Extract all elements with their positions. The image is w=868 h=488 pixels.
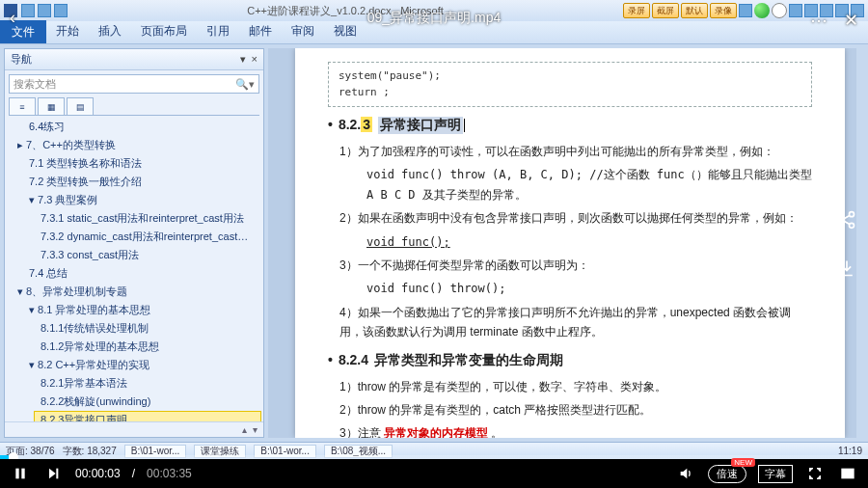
nav-search[interactable]: 搜索文档 🔍▾ <box>9 74 259 94</box>
nav-item[interactable]: ▾ 8.2 C++异常处理的实现 <box>22 356 261 374</box>
back-button[interactable]: ‹ <box>10 8 15 28</box>
tab-mailings[interactable]: 邮件 <box>239 19 282 43</box>
tab-view[interactable]: 视图 <box>324 19 366 43</box>
video-controls: 00:00:03 / 00:03:35 倍速 NEW 字幕 <box>0 459 868 488</box>
bullet-icon: • <box>328 352 333 367</box>
nav-item[interactable]: 7.3.1 static_cast用法和reinterpret_cast用法 <box>34 209 261 228</box>
paragraph: 2）如果在函数声明中没有包含异常接口声明，则次函数可以抛掷任何类型的异常，例如： <box>339 208 812 228</box>
navigation-pane: 导航 ▾ × 搜索文档 🔍▾ ≡ ▦ ▤ 6.4练习▸ 7、C++的类型转换7.… <box>4 48 264 438</box>
play-button[interactable] <box>10 463 31 484</box>
nav-tab-pages[interactable]: ▦ <box>38 97 65 115</box>
code-block-top: system("pause"); return ; <box>328 62 812 107</box>
nav-header: 导航 ▾ × <box>5 49 263 70</box>
heading-number: 8.2.4 <box>339 352 368 367</box>
svg-rect-3 <box>15 469 18 479</box>
nav-tabs: ≡ ▦ ▤ <box>9 97 259 116</box>
tray-icon-b[interactable] <box>789 4 802 17</box>
time-sep: / <box>132 467 135 480</box>
nav-next-icon[interactable]: ▾ <box>253 424 258 435</box>
qat-save-icon[interactable] <box>21 4 35 17</box>
ribbon-tabs: 文件 开始 插入 页面布局 引用 邮件 审阅 视图 <box>0 21 868 44</box>
code-line: system("pause"); <box>339 68 801 85</box>
nav-item[interactable]: 7.1 类型转换名称和语法 <box>22 154 261 173</box>
heading-number: 8.2.3 <box>339 117 372 132</box>
document-area[interactable]: system("pause"); return ; • 8.2.3 异常接口声明… <box>268 48 856 438</box>
pip-button[interactable] <box>837 463 858 484</box>
tab-layout[interactable]: 页面布局 <box>131 19 197 43</box>
tray-pill-4[interactable]: 录像 <box>710 3 737 18</box>
code-inline: void func() throw (A, B, C, D); //这个函数 f… <box>366 165 812 204</box>
more-button[interactable]: ⋯ <box>810 10 829 31</box>
qat-redo-icon[interactable] <box>54 4 68 17</box>
nav-item[interactable]: 8.1.1传统错误处理机制 <box>34 319 261 338</box>
paragraph: 3）注意 异常对象的内存模型 。 <box>339 423 812 438</box>
nav-item[interactable]: 7.3.2 dynamic_cast用法和reinterpret_cast用法 <box>34 228 261 246</box>
nav-item[interactable]: ▸ 7、C++的类型转换 <box>11 136 261 154</box>
red-emphasis: 异常对象的内存模型 <box>384 426 488 438</box>
tab-home[interactable]: 开始 <box>46 19 89 43</box>
subtitle-button[interactable]: 字幕 <box>758 465 793 483</box>
tray-pill-1[interactable]: 录屏 <box>623 3 650 18</box>
nav-item[interactable]: ▾ 8.1 异常处理的基本思想 <box>22 301 261 319</box>
close-button[interactable]: ✕ <box>844 10 858 31</box>
speed-button[interactable]: 倍速 NEW <box>708 465 746 483</box>
svg-point-1 <box>840 218 845 223</box>
fullscreen-button[interactable] <box>804 463 826 484</box>
nav-item[interactable]: 7.3.3 const_cast用法 <box>34 246 261 264</box>
volume-button[interactable] <box>675 463 696 484</box>
nav-item[interactable]: 8.1.2异常处理的基本思想 <box>34 338 261 356</box>
heading-text: 异常类型和异常变量的生命周期 <box>374 352 563 369</box>
doc-title: C++进阶课程讲义_v1.0.2.docx - Microsoft <box>68 4 623 18</box>
nav-item[interactable]: ▾ 8、异常处理机制专题 <box>11 283 261 301</box>
download-button[interactable] <box>833 255 860 282</box>
bullet-icon: • <box>328 117 333 132</box>
nav-dropdown-icon[interactable]: ▾ <box>240 53 246 66</box>
nav-close-icon[interactable]: × <box>252 53 258 66</box>
current-time: 00:00:03 <box>75 467 121 480</box>
nav-tree: 6.4练习▸ 7、C++的类型转换7.1 类型转换名称和语法7.2 类型转换一般… <box>5 116 263 421</box>
nav-item[interactable]: 7.4 总结 <box>22 264 261 283</box>
next-button[interactable] <box>42 463 64 484</box>
tray-pill-2[interactable]: 截屏 <box>652 3 679 18</box>
tray-icon-clock[interactable] <box>772 3 787 18</box>
nav-tab-headings[interactable]: ≡ <box>9 97 36 115</box>
heading-823: • 8.2.3 异常接口声明 <box>328 117 812 134</box>
qat-undo-icon[interactable] <box>38 4 51 17</box>
tray-icon-a[interactable] <box>739 4 752 17</box>
word-titlebar: C++进阶课程讲义_v1.0.2.docx - Microsoft 录屏 截屏 … <box>0 0 868 21</box>
nav-tab-results[interactable]: ▤ <box>67 97 94 115</box>
side-actions <box>833 206 860 282</box>
video-content: C++进阶课程讲义_v1.0.2.docx - Microsoft 录屏 截屏 … <box>0 0 868 459</box>
nav-item[interactable]: 8.2.2栈解旋(unwinding) <box>34 393 261 411</box>
svg-point-2 <box>850 223 854 228</box>
tray-pill-3[interactable]: 默认 <box>681 3 708 18</box>
nav-prev-icon[interactable]: ▴ <box>242 424 247 435</box>
share-button[interactable] <box>833 206 860 233</box>
word-content: 导航 ▾ × 搜索文档 🔍▾ ≡ ▦ ▤ 6.4练习▸ 7、C++的类型转换7.… <box>0 44 868 442</box>
heading-824: • 8.2.4 异常类型和异常变量的生命周期 <box>328 352 812 369</box>
svg-rect-7 <box>848 473 853 476</box>
paragraph: 3）一个不抛掷任何类型异常的函数可以声明为： <box>339 256 812 275</box>
nav-item[interactable]: ▾ 7.3 典型案例 <box>22 191 261 209</box>
svg-rect-5 <box>56 469 58 479</box>
code-line: return ; <box>339 85 801 101</box>
search-icon[interactable]: 🔍▾ <box>235 78 255 91</box>
file-tab[interactable]: 文件 <box>0 20 46 43</box>
quick-access <box>21 4 68 17</box>
svg-rect-4 <box>21 469 24 479</box>
paragraph: 2）throw 的异常是有类型的，catch 严格按照类型进行匹配。 <box>339 400 812 420</box>
nav-search-placeholder: 搜索文档 <box>14 77 56 92</box>
tab-insert[interactable]: 插入 <box>89 19 131 43</box>
tab-references[interactable]: 引用 <box>197 19 239 43</box>
duration: 00:03:35 <box>147 467 192 480</box>
nav-item[interactable]: 7.2 类型转换一般性介绍 <box>22 173 261 191</box>
tab-review[interactable]: 审阅 <box>282 19 324 43</box>
nav-item[interactable]: 6.4练习 <box>22 118 261 136</box>
svg-point-0 <box>850 212 854 217</box>
nav-item[interactable]: 8.2.3异常接口声明 <box>34 411 261 421</box>
tray-icon-green[interactable] <box>754 3 770 18</box>
paragraph: 1）throw 的异常是有类型的，可以使，数字、字符串、类对象。 <box>339 377 812 396</box>
page: system("pause"); return ; • 8.2.3 异常接口声明… <box>295 48 845 438</box>
nav-item[interactable]: 8.2.1异常基本语法 <box>34 374 261 393</box>
code-inline: void func() throw(); <box>366 279 812 298</box>
